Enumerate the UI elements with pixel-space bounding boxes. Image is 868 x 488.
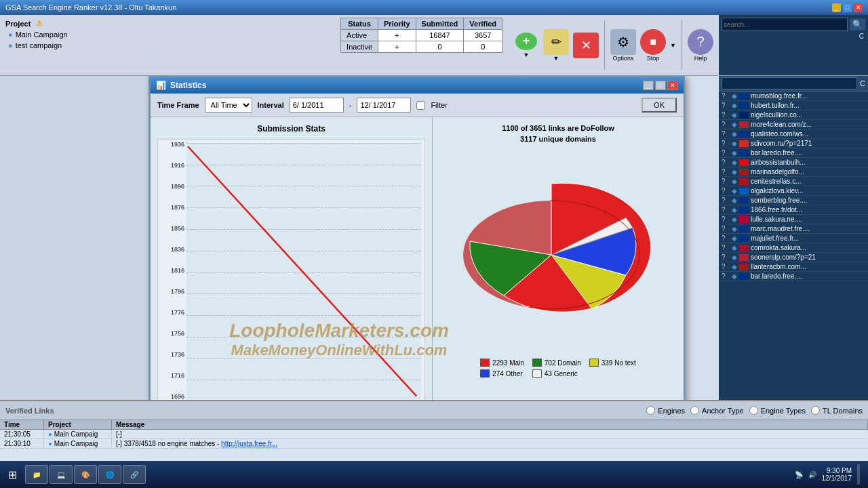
stop-btn-group[interactable]: ■ Stop — [640, 29, 666, 62]
y-label-6: 1816 — [158, 267, 186, 274]
legend-green — [532, 359, 542, 367]
taskbar-item-explorer[interactable]: 📁 — [25, 465, 48, 484]
flag-fr — [739, 150, 749, 157]
list-item[interactable]: ? ◆ lulle.sakura.ne.... — [719, 215, 868, 224]
log-project-1: ● Main Campaig — [44, 439, 112, 448]
options-label: Options — [613, 55, 634, 62]
list-item[interactable]: ? ◆ mumsblog.free.fr... — [719, 92, 868, 101]
delete-btn-group[interactable]: ✕ — [573, 33, 599, 58]
filter-checkbox[interactable] — [416, 101, 425, 110]
log-row[interactable]: 21:30:10 ● Main Campaig [-] 3378/4518 no… — [0, 439, 868, 449]
inactive-priority: + — [378, 41, 416, 53]
y-label-5: 1836 — [158, 246, 186, 253]
test-bullet: ● — [8, 41, 13, 49]
anchor-radio-bottom[interactable] — [690, 406, 699, 415]
log-row[interactable]: 21:30:05 ● Main Campaig [-] — [0, 430, 868, 439]
list-item[interactable]: ? ◆ marc.maudret.fre.... — [719, 224, 868, 234]
campaign-bullet: ● — [8, 30, 13, 39]
y-label-9: 1756 — [158, 330, 186, 337]
inactive-verified: 0 — [464, 41, 502, 53]
engine-types-radio-bottom[interactable] — [749, 406, 758, 415]
date-from-input[interactable] — [290, 98, 344, 113]
dialog-close[interactable]: ✕ — [667, 81, 678, 90]
flag-fr — [739, 197, 749, 204]
taskbar-item-paint[interactable]: 🎨 — [74, 465, 97, 484]
stop-dropdown[interactable]: ▼ — [670, 42, 676, 49]
tl-domains-radio-bottom[interactable] — [811, 406, 820, 415]
project-list — [0, 76, 149, 400]
list-item[interactable]: ? ◆ bar.laredo.free.... — [719, 148, 868, 158]
interval-label: Interval — [258, 101, 284, 109]
taskbar-item-ie[interactable]: 🌐 — [98, 465, 121, 484]
ie-icon: 🌐 — [106, 471, 114, 479]
flag-jp — [739, 216, 749, 223]
list-item[interactable]: ? ◆ llanteracbm.com... — [719, 262, 868, 272]
log-link[interactable]: http://juxta.free.fr... — [221, 440, 277, 447]
minimize-btn[interactable]: _ — [832, 3, 841, 12]
taskbar-item-gsa[interactable]: 🔗 — [123, 465, 146, 484]
timeframe-select[interactable]: All Time — [205, 98, 252, 113]
list-item[interactable]: ? ◆ comrokta.sakura... — [719, 243, 868, 253]
add-icon: + — [515, 33, 537, 50]
inactive-submitted: 0 — [416, 41, 464, 53]
warning-icon: ⚠ — [36, 19, 43, 28]
list-item[interactable]: ? ◆ somberblog.free.... — [719, 196, 868, 205]
list-item[interactable]: ? ◆ 1866.free.fr/dot... — [719, 205, 868, 215]
status-header: Status — [341, 18, 378, 30]
flag-gb — [739, 112, 749, 119]
y-label-12: 1696 — [158, 393, 186, 400]
list-item[interactable]: ? ◆ bar.laredo.free.... — [719, 272, 868, 281]
right-panel-header: C — [719, 76, 868, 92]
add-btn-group[interactable]: + ▼ — [513, 33, 539, 58]
taskbar-item-cmd[interactable]: 💻 — [50, 465, 73, 484]
list-item[interactable]: ? ◆ nigelscullion.co... — [719, 110, 868, 120]
list-item[interactable]: ? ◆ hubert.tullon.fr... — [719, 101, 868, 110]
list-item[interactable]: ? ◆ sdivcom.ru/?p=2171 — [719, 139, 868, 148]
flag-fr — [739, 273, 749, 280]
help-label: Help — [694, 55, 707, 62]
list-item[interactable]: ? ◆ marinasdelgolfo... — [719, 167, 868, 177]
flag-ua — [739, 188, 749, 195]
engines-radio-bottom[interactable] — [646, 406, 655, 415]
legend-white-label: 43 Generic — [545, 370, 578, 378]
list-item[interactable]: ? ◆ airbossistanbulh... — [719, 158, 868, 167]
dialog-restore[interactable]: □ — [655, 81, 666, 90]
list-item[interactable]: ? ◆ cenitestrellas.c... — [719, 177, 868, 186]
legend-yellow-label: 339 No text — [601, 359, 636, 367]
list-item[interactable]: ? ◆ majuliet.free.fr... — [719, 234, 868, 243]
legend-blue — [480, 369, 490, 378]
line-chart-svg — [186, 143, 421, 400]
help-btn-group[interactable]: ? Help — [688, 29, 713, 62]
list-item[interactable]: ? ◆ olgakizlova.kiev... — [719, 186, 868, 196]
edit-dropdown: ▼ — [553, 55, 559, 62]
stop-icon: ■ — [640, 29, 666, 55]
search-btn[interactable]: 🔍 — [850, 18, 865, 30]
panel-list: ? ◆ mumsblog.free.fr... ? ◆ hubert.tullo… — [719, 92, 868, 400]
ok-button[interactable]: OK — [642, 98, 677, 113]
start-button[interactable]: ⊞ — [3, 466, 22, 484]
stats-icon: 📊 — [156, 81, 166, 90]
search-input[interactable] — [722, 18, 848, 31]
date-separator: - — [349, 101, 352, 109]
date-to-input[interactable] — [357, 98, 411, 113]
explorer-icon: 📁 — [33, 471, 41, 479]
list-item[interactable]: ? ◆ more4clean.com/z... — [719, 120, 868, 129]
flag-es — [739, 169, 749, 176]
add-dropdown: ▼ — [524, 52, 530, 58]
close-btn[interactable]: ✕ — [854, 3, 863, 12]
edit-btn-group[interactable]: ✏ ▼ — [543, 29, 569, 62]
maximize-btn[interactable]: □ — [843, 3, 852, 12]
dialog-minimize[interactable]: _ — [643, 81, 654, 90]
dialog-titlebar: 📊 Statistics _ □ ✕ — [151, 77, 684, 94]
list-item[interactable]: ? ◆ qualisteo.com/ws... — [719, 129, 868, 139]
verified-header: Verified — [464, 18, 502, 30]
list-item[interactable]: ? ◆ soonerslp.com/?p=21 — [719, 253, 868, 262]
legend-blue-label: 274 Other — [492, 370, 522, 378]
right-panel-search[interactable] — [722, 77, 857, 89]
log-header: Time Project Message — [0, 420, 868, 430]
show-desktop-icon[interactable] — [857, 464, 860, 485]
y-label-4: 1856 — [158, 225, 186, 232]
taskbar: ⊞ 📁 💻 🎨 🌐 🔗 📡 🔊 9:30 PM 12/1/2017 — [0, 461, 868, 488]
options-btn-group[interactable]: ⚙ Options — [610, 29, 636, 62]
windows-icon: ⊞ — [8, 468, 17, 481]
